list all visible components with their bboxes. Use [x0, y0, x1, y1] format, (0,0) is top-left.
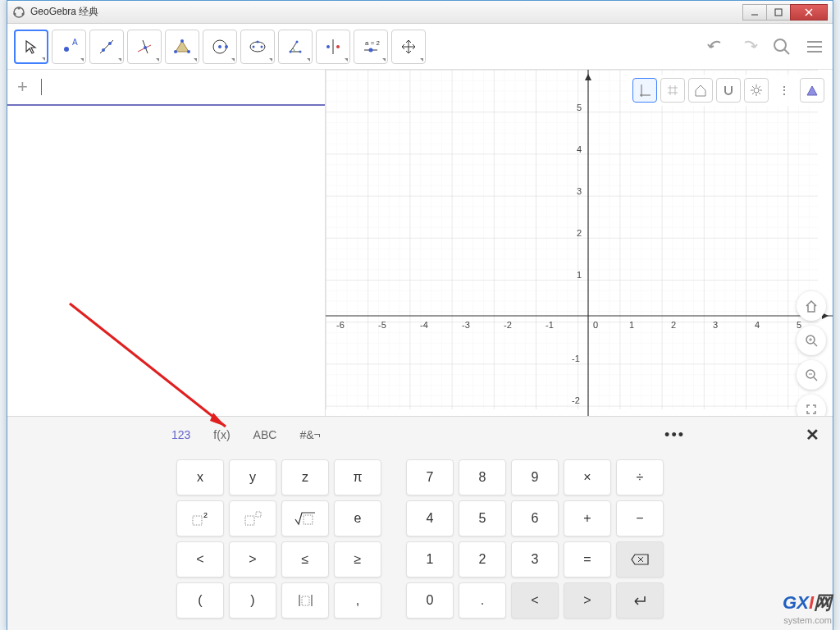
key-rparen[interactable]: ) [229, 582, 276, 619]
key-right[interactable]: > [564, 582, 611, 619]
key-plus[interactable]: + [564, 500, 611, 536]
svg-text:0: 0 [593, 320, 598, 330]
tab-abc[interactable]: ABC [253, 428, 277, 441]
key-lt[interactable]: < [176, 541, 224, 578]
search-icon[interactable] [770, 35, 793, 58]
svg-text:A: A [72, 38, 78, 47]
key-7[interactable]: 7 [406, 459, 454, 495]
key-minus[interactable]: − [616, 500, 664, 536]
key-0[interactable]: 0 [406, 582, 454, 619]
tool-polygon[interactable] [165, 30, 199, 64]
key-leq[interactable]: ≤ [281, 541, 329, 578]
key-z[interactable]: z [281, 459, 329, 495]
redo-button[interactable] [737, 35, 760, 58]
svg-point-20 [218, 45, 221, 48]
key-left[interactable]: < [511, 582, 559, 619]
algebra-panel: + [7, 70, 326, 416]
zoom-out-button[interactable] [797, 360, 826, 390]
home-icon[interactable] [688, 78, 713, 103]
minimize-button[interactable] [742, 4, 767, 21]
keyboard-close-icon[interactable]: ✕ [806, 425, 819, 445]
svg-text:2: 2 [577, 228, 582, 238]
key-multiply[interactable]: × [564, 459, 611, 495]
settings-icon[interactable] [744, 78, 769, 103]
tool-slider[interactable]: a = 2 [354, 30, 388, 64]
more-icon[interactable]: ⋮ [772, 78, 797, 103]
key-dot[interactable]: . [459, 582, 506, 619]
key-4[interactable]: 4 [406, 500, 454, 536]
svg-text:1: 1 [629, 320, 634, 330]
key-lparen[interactable]: ( [176, 582, 224, 619]
graphics-view[interactable]: -6-5-4-3-2-1012345 12345 -1-2 ⋮ [326, 70, 833, 416]
close-button[interactable] [790, 4, 828, 21]
svg-rect-77 [304, 515, 313, 524]
tool-move-view[interactable] [391, 30, 426, 64]
app-window: GeoGebra 经典 A a = 2 + [7, 0, 833, 630]
key-x[interactable]: x [176, 459, 224, 495]
tab-numeric[interactable]: 123 [171, 428, 190, 441]
key-6[interactable]: 6 [511, 500, 559, 536]
tool-reflect[interactable] [316, 30, 350, 64]
svg-point-34 [369, 48, 373, 52]
key-9[interactable]: 9 [511, 459, 559, 495]
window-title: GeoGebra 经典 [30, 5, 743, 19]
key-divide[interactable]: ÷ [616, 459, 664, 495]
svg-text:-6: -6 [336, 320, 345, 330]
svg-point-65 [754, 88, 759, 93]
zoom-home-button[interactable] [797, 291, 826, 321]
add-icon[interactable]: + [17, 76, 28, 98]
key-comma[interactable]: , [334, 582, 381, 619]
key-e[interactable]: e [334, 500, 381, 536]
keyboard-more-icon[interactable]: ••• [664, 427, 685, 444]
undo-button[interactable] [705, 35, 728, 58]
key-power[interactable] [229, 500, 276, 536]
fullscreen-button[interactable] [797, 395, 826, 416]
key-backspace[interactable] [616, 541, 664, 578]
zoom-in-button[interactable] [797, 326, 826, 355]
tool-line[interactable] [89, 30, 124, 64]
key-1[interactable]: 1 [406, 541, 454, 578]
key-abs[interactable] [281, 582, 329, 619]
key-geq[interactable]: ≥ [334, 541, 381, 578]
key-gt[interactable]: > [229, 541, 276, 578]
keyboard-tabs: 123 f(x) ABC #&¬ ••• ✕ [7, 417, 833, 453]
maximize-button[interactable] [766, 4, 791, 21]
svg-line-36 [784, 49, 789, 54]
tool-move[interactable] [14, 30, 48, 64]
svg-point-18 [174, 50, 177, 53]
svg-line-67 [814, 343, 817, 346]
zoom-controls [797, 291, 826, 416]
key-enter[interactable] [616, 582, 664, 619]
tool-perpendicular[interactable] [127, 30, 162, 64]
svg-point-21 [225, 45, 228, 48]
key-sqrt[interactable] [281, 500, 329, 536]
tab-special[interactable]: #&¬ [299, 428, 320, 441]
tool-angle[interactable] [278, 30, 313, 64]
tool-point[interactable]: A [52, 30, 86, 64]
grid-toggle[interactable] [660, 78, 685, 103]
virtual-keyboard: 123 f(x) ABC #&¬ ••• ✕ x y z π 7 8 9 × ÷… [7, 416, 833, 630]
svg-rect-76 [256, 512, 261, 517]
key-equals[interactable]: = [564, 541, 611, 578]
svg-point-2 [22, 12, 25, 15]
key-8[interactable]: 8 [459, 459, 506, 495]
toolbar-right [705, 35, 826, 58]
key-5[interactable]: 5 [459, 500, 506, 536]
style-icon[interactable] [800, 78, 824, 103]
tool-circle[interactable] [203, 30, 237, 64]
svg-text:2: 2 [203, 511, 208, 519]
svg-text:4: 4 [577, 144, 582, 154]
axes-toggle[interactable] [632, 78, 657, 103]
tool-ellipse[interactable] [240, 30, 275, 64]
snap-icon[interactable] [716, 78, 741, 103]
key-3[interactable]: 3 [511, 541, 559, 578]
tab-functions[interactable]: f(x) [213, 428, 230, 441]
algebra-input-row[interactable]: + [7, 70, 325, 106]
key-y[interactable]: y [229, 459, 276, 495]
key-pi[interactable]: π [334, 459, 381, 495]
key-2[interactable]: 2 [459, 541, 506, 578]
svg-text:-2: -2 [572, 395, 580, 405]
key-square[interactable]: 2 [176, 500, 224, 536]
menu-icon[interactable] [803, 35, 826, 58]
svg-point-26 [290, 50, 292, 52]
